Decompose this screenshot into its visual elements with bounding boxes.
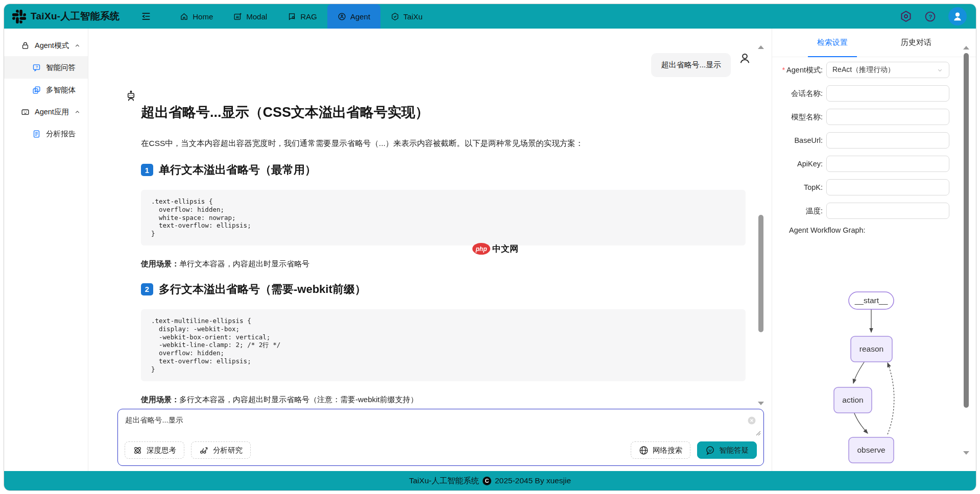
atom-icon bbox=[133, 446, 142, 455]
user-avatar[interactable] bbox=[948, 7, 967, 26]
textarea-resize-handle[interactable] bbox=[756, 431, 761, 436]
taixu-icon bbox=[391, 12, 399, 21]
apikey-input[interactable] bbox=[826, 156, 949, 172]
agent-icon bbox=[338, 12, 346, 21]
chat-smile-icon bbox=[705, 446, 715, 455]
form-row-model-name: 模型名称: bbox=[772, 109, 949, 125]
topk-label: TopK: bbox=[772, 183, 826, 191]
nav-item-home[interactable]: Home bbox=[170, 4, 223, 29]
qa-bubble-icon: ? bbox=[32, 63, 41, 72]
chat-scroll-up-arrow[interactable] bbox=[758, 45, 764, 49]
agent-mode-select[interactable]: ReAct（推理行动） bbox=[826, 62, 949, 78]
edge-action-observe bbox=[853, 410, 868, 433]
sidebar-group-label: Agent应用 bbox=[35, 107, 74, 117]
apikey-label: ApiKey: bbox=[772, 160, 826, 168]
usage-label: 使用场景： bbox=[141, 259, 179, 268]
robot-card-icon bbox=[21, 108, 30, 116]
sidebar-group-agent-app[interactable]: Agent应用 bbox=[4, 101, 88, 122]
tab-history-dialog[interactable]: 历史对话 bbox=[892, 29, 941, 57]
nav-item-taixu[interactable]: TaiXu bbox=[380, 4, 433, 29]
settings-form: *Agent模式: ReAct（推理行动） 会话名称: 模型名称: BaseUr… bbox=[772, 57, 976, 219]
panel-scrollbar-thumb[interactable] bbox=[964, 53, 969, 408]
session-name-input[interactable] bbox=[826, 85, 949, 102]
node-observe-label: observe bbox=[857, 446, 885, 454]
deep-think-button[interactable]: 深度思考 bbox=[125, 441, 184, 459]
nav-item-modal[interactable]: Ai Modal bbox=[223, 4, 277, 29]
deep-think-label: 深度思考 bbox=[147, 446, 176, 455]
model-name-input[interactable] bbox=[826, 109, 949, 125]
help-icon[interactable]: ? bbox=[924, 11, 936, 22]
watermark-text: 中文网 bbox=[492, 243, 518, 255]
workflow-graph-label: Agent Workflow Graph: bbox=[789, 226, 976, 234]
node-action-label: action bbox=[842, 396, 863, 404]
app-window: TaiXu-人工智能系统 Home Ai bbox=[4, 4, 976, 491]
settings-panel: 检索设置 历史对话 *Agent模式: ReAct（推理行动） 会话名称: 模型… bbox=[772, 29, 976, 471]
php-logo-icon: php bbox=[472, 243, 490, 255]
app-body: Agent模式 ? 智能问答 多智能体 bbox=[4, 29, 976, 471]
sidebar-item-report[interactable]: 分析报告 bbox=[4, 122, 88, 145]
baseurl-label: BaseUrl: bbox=[772, 136, 826, 144]
report-icon bbox=[32, 130, 41, 138]
chevron-down-icon bbox=[937, 67, 943, 73]
nav-menu: Home Ai Modal RAG bbox=[170, 4, 433, 29]
temperature-input[interactable] bbox=[826, 203, 949, 219]
usage-text: 单行文本容器，内容超出时显示省略号 bbox=[179, 259, 309, 268]
nav-item-rag[interactable]: RAG bbox=[277, 4, 327, 29]
menu-unfold-icon[interactable] bbox=[141, 11, 151, 21]
topk-input[interactable] bbox=[826, 179, 949, 195]
web-search-button[interactable]: 网络搜索 bbox=[631, 441, 690, 459]
composer-right-buttons: 网络搜索 智能答疑 bbox=[631, 441, 757, 459]
panel-tabs: 检索设置 历史对话 bbox=[772, 29, 976, 57]
sidebar-item-smart-qa[interactable]: ? 智能问答 bbox=[4, 56, 88, 79]
section-2-heading-text: 多行文本溢出省略号（需要-webkit前缀） bbox=[159, 282, 366, 297]
composer: 超出省略号...显示 bbox=[117, 409, 764, 466]
chat-area: 超出省略号...显示 超出省略号...显示（CSS文本溢出省略 bbox=[88, 29, 772, 471]
chat-scroll-down-arrow[interactable] bbox=[758, 402, 764, 405]
nav-item-label: Modal bbox=[246, 12, 267, 21]
section-2-badge: 2 bbox=[141, 283, 153, 295]
section-2-heading: 2 多行文本溢出省略号（需要-webkit前缀） bbox=[141, 282, 746, 297]
home-icon bbox=[180, 12, 188, 21]
sidebar-item-label: 智能问答 bbox=[46, 63, 76, 72]
smart-qa-button[interactable]: 智能答疑 bbox=[697, 441, 757, 459]
analysis-label: 分析研究 bbox=[213, 446, 243, 455]
sidebar-group-agent-mode[interactable]: Agent模式 bbox=[4, 35, 88, 56]
message-input[interactable]: 超出省略号...显示 bbox=[118, 409, 763, 436]
required-mark: * bbox=[782, 66, 785, 74]
agent-workflow-graph: __start__ reason action observe bbox=[772, 234, 966, 469]
code-block-1: .text-ellipsis { overflow: hidden; white… bbox=[141, 190, 746, 245]
web-search-label: 网络搜索 bbox=[653, 446, 682, 455]
edge-reason-action bbox=[853, 359, 866, 383]
panel-scroll-down-arrow[interactable] bbox=[963, 451, 969, 455]
sidebar-item-label: 分析报告 bbox=[46, 129, 76, 139]
user-message-avatar-icon bbox=[738, 52, 751, 67]
sidebar: Agent模式 ? 智能问答 多智能体 bbox=[4, 29, 88, 471]
composer-left-buttons: 深度思考 分析研究 bbox=[125, 441, 251, 459]
nav-item-agent[interactable]: Agent bbox=[327, 4, 380, 29]
analysis-button[interactable]: 分析研究 bbox=[191, 441, 251, 459]
settings-icon[interactable] bbox=[900, 10, 912, 22]
svg-text:?: ? bbox=[36, 65, 38, 69]
form-row-session-name: 会话名称: bbox=[772, 85, 949, 102]
nav-item-label: Home bbox=[193, 12, 213, 21]
svg-text:Ai: Ai bbox=[236, 15, 240, 18]
multi-agent-icon bbox=[32, 86, 41, 94]
form-row-temperature: 温度: bbox=[772, 203, 949, 219]
molecule-icon bbox=[199, 446, 209, 455]
php-cn-watermark: php 中文网 bbox=[472, 243, 518, 255]
form-row-topk: TopK: bbox=[772, 179, 949, 195]
clear-input-icon[interactable] bbox=[747, 416, 756, 425]
tab-retrieval-settings[interactable]: 检索设置 bbox=[808, 29, 857, 57]
chat-scrollbar-thumb[interactable] bbox=[758, 215, 763, 332]
sidebar-item-label: 多智能体 bbox=[46, 85, 76, 95]
navbar-left: TaiXu-人工智能系统 Home Ai bbox=[12, 4, 433, 29]
sidebar-item-multi-agent[interactable]: 多智能体 bbox=[4, 79, 88, 101]
temperature-label: 温度: bbox=[772, 206, 826, 216]
svg-text:?: ? bbox=[928, 13, 932, 19]
panel-scroll-up-arrow[interactable] bbox=[963, 46, 969, 50]
baseurl-input[interactable] bbox=[826, 132, 949, 149]
nav-item-label: TaiXu bbox=[403, 12, 423, 21]
nav-item-label: Agent bbox=[350, 12, 370, 21]
form-row-apikey: ApiKey: bbox=[772, 156, 949, 172]
footer: TaiXu-人工智能系统 C 2025-2045 By xuesjie bbox=[4, 471, 976, 490]
